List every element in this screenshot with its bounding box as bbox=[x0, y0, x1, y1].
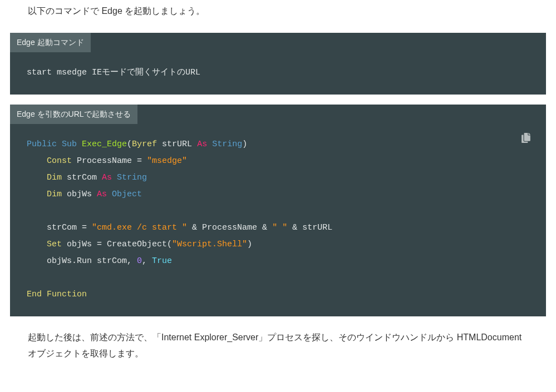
kw-as2: As bbox=[102, 173, 112, 182]
code-block-2-title: Edge を引数のURLで起動させる bbox=[10, 105, 137, 124]
comma-sp: , bbox=[142, 256, 152, 266]
pn-val: "msedge" bbox=[147, 156, 187, 166]
fn-name: Exec_Edge bbox=[82, 140, 127, 149]
lparen: ( bbox=[127, 140, 132, 149]
strurl-ref: strURL bbox=[302, 223, 332, 232]
close-paren: ) bbox=[247, 240, 252, 249]
copy-icon[interactable] bbox=[521, 132, 530, 148]
objws-assign: objWs = CreateObject( bbox=[62, 240, 172, 249]
rparen: ) bbox=[242, 140, 247, 149]
kw-dim2: Dim bbox=[47, 190, 62, 199]
code-block-1: Edge 起動コマンド start msedge IEモードで開くサイトのURL bbox=[10, 33, 546, 95]
kw-dim: Dim bbox=[47, 173, 62, 182]
run-line-a: objWs.Run strCom, bbox=[47, 256, 137, 266]
code-block-2: Edge を引数のURLで起動させる Public Sub Exec_Edge(… bbox=[10, 105, 546, 316]
kw-sub: Sub bbox=[62, 140, 77, 149]
assign1-str2: " " bbox=[272, 223, 287, 232]
amp2: & bbox=[257, 223, 272, 232]
page-container: 以下のコマンドで Edge を起動しましょう。 Edge 起動コマンド star… bbox=[0, 0, 556, 365]
type-string: String bbox=[212, 140, 242, 149]
outro-text: 起動した後は、前述の方法で、「Internet Explorer_Server」… bbox=[28, 333, 521, 358]
code-block-1-content: start msedge IEモードで開くサイトのURL bbox=[10, 52, 546, 85]
type-string2: String bbox=[117, 173, 147, 182]
kw-set: Set bbox=[47, 240, 62, 249]
intro-text: 以下のコマンドで Edge を起動しましょう。 bbox=[28, 6, 205, 16]
kw-public: Public bbox=[27, 140, 57, 149]
assign1-lhs: strCom = bbox=[47, 223, 92, 232]
intro-paragraph: 以下のコマンドで Edge を起動しましょう。 bbox=[0, 0, 556, 23]
param-name: strURL bbox=[157, 140, 197, 149]
outro-paragraph: 起動した後は、前述の方法で、「Internet Explorer_Server」… bbox=[0, 326, 556, 365]
amp3: & bbox=[287, 223, 302, 232]
assign1-str1: "cmd.exe /c start " bbox=[92, 223, 187, 232]
kw-as3: As bbox=[97, 190, 107, 199]
kw-function: Function bbox=[47, 290, 87, 299]
kw-end: End bbox=[27, 290, 42, 299]
amp1: & bbox=[187, 223, 202, 232]
pn-ref: ProcessName bbox=[202, 223, 257, 232]
zero: 0 bbox=[137, 256, 142, 266]
kw-byref: Byref bbox=[132, 140, 157, 149]
pn-name: ProcessName = bbox=[72, 156, 147, 166]
code-block-1-title: Edge 起動コマンド bbox=[10, 33, 91, 52]
code-text: start msedge IEモードで開くサイトのURL bbox=[27, 68, 200, 77]
type-object: Object bbox=[112, 190, 142, 199]
code-block-2-content: Public Sub Exec_Edge(Byref strURL As Str… bbox=[10, 124, 546, 306]
shell-str: "Wscript.Shell" bbox=[172, 240, 247, 249]
kw-const: Const bbox=[47, 156, 72, 166]
strcom-name: strCom bbox=[62, 173, 102, 182]
objws-name: objWs bbox=[62, 190, 97, 199]
kw-as: As bbox=[197, 140, 207, 149]
lit-true: True bbox=[152, 256, 172, 266]
